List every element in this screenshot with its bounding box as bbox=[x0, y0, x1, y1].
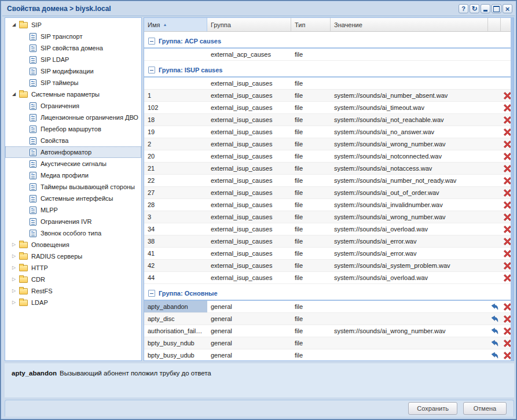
table-row[interactable]: authorisation_fail…generalfilesystem://s… bbox=[144, 325, 514, 337]
tree-item[interactable]: Системные интерфейсы bbox=[5, 193, 141, 204]
column-header-4[interactable]: Значение bbox=[331, 18, 488, 32]
tree-item[interactable]: Акустические сигналы bbox=[5, 158, 141, 170]
table-row[interactable]: 18external_isup_causesfilesystem://sound… bbox=[144, 114, 514, 126]
param-name-cell[interactable]: 28 bbox=[144, 199, 207, 211]
table-row[interactable]: 27external_isup_causesfilesystem://sound… bbox=[144, 187, 514, 199]
undo-icon[interactable] bbox=[490, 315, 499, 323]
tree-item[interactable]: Медиа профили bbox=[5, 170, 141, 181]
param-value-cell[interactable]: system://sounds/ai_number_not_ready.wav bbox=[331, 175, 488, 186]
param-group-cell[interactable]: external_isup_causes bbox=[207, 138, 291, 150]
tree-item[interactable]: ▷CDR bbox=[5, 274, 141, 285]
param-type-cell[interactable]: file bbox=[291, 163, 331, 174]
param-group-cell[interactable]: external_isup_causes bbox=[207, 223, 291, 235]
column-header-3[interactable]: Тип bbox=[291, 18, 331, 32]
table-row[interactable]: 34external_isup_causesfilesystem://sound… bbox=[144, 223, 514, 235]
param-value-cell[interactable] bbox=[331, 301, 488, 312]
param-name-cell[interactable]: 3 bbox=[144, 211, 207, 223]
param-type-cell[interactable]: file bbox=[291, 272, 331, 283]
table-row[interactable]: 22external_isup_causesfilesystem://sound… bbox=[144, 175, 514, 187]
table-row[interactable]: 102external_isup_causesfilesystem://soun… bbox=[144, 102, 514, 114]
param-type-cell[interactable]: file bbox=[291, 313, 331, 325]
param-group-cell[interactable]: external_isup_causes bbox=[207, 235, 291, 247]
param-type-cell[interactable]: file bbox=[291, 301, 331, 312]
undo-icon[interactable] bbox=[490, 303, 499, 311]
help-button[interactable]: ? bbox=[459, 4, 468, 13]
tree-item[interactable]: Ограничения bbox=[5, 100, 141, 112]
tree-item[interactable]: SIP модификации bbox=[5, 65, 141, 77]
group-collapse-icon[interactable] bbox=[148, 67, 155, 73]
param-value-cell[interactable]: system://sounds/ai_no_answer.wav bbox=[331, 126, 488, 138]
group-header[interactable]: Группа: ACP causes bbox=[144, 32, 514, 49]
param-group-cell[interactable]: general bbox=[207, 349, 291, 361]
param-type-cell[interactable]: file bbox=[291, 78, 331, 89]
minimize-button[interactable] bbox=[481, 4, 490, 13]
table-row[interactable]: bpty_busy_ndubgeneralfile bbox=[144, 337, 514, 349]
param-value-cell[interactable]: system://sounds/ai_invalidnumber.wav bbox=[331, 199, 488, 211]
group-collapse-icon[interactable] bbox=[148, 290, 155, 297]
expand-arrow-icon[interactable]: ▷ bbox=[9, 285, 19, 297]
table-row[interactable]: 2external_isup_causesfilesystem://sounds… bbox=[144, 138, 514, 150]
param-value-cell[interactable]: system://sounds/ai_wrong_number.wav bbox=[331, 138, 488, 150]
table-row[interactable]: apty_abandongeneralfile bbox=[144, 301, 514, 313]
param-group-cell[interactable]: external_isup_causes bbox=[207, 126, 291, 138]
param-name-cell[interactable]: 41 bbox=[144, 248, 207, 259]
expand-arrow-icon[interactable]: ▷ bbox=[9, 250, 19, 262]
tree-item[interactable]: MLPP bbox=[5, 204, 141, 216]
table-row[interactable]: bpty_busy_udubgeneralfile bbox=[144, 349, 514, 361]
table-row[interactable]: 19external_isup_causesfilesystem://sound… bbox=[144, 126, 514, 138]
param-type-cell[interactable]: file bbox=[291, 325, 331, 337]
param-type-cell[interactable]: file bbox=[291, 248, 331, 259]
param-value-cell[interactable]: system://sounds/ai_system_problem.wav bbox=[331, 260, 488, 271]
param-group-cell[interactable]: external_acp_causes bbox=[207, 49, 291, 60]
param-value-cell[interactable] bbox=[331, 349, 488, 361]
tree-item[interactable]: Автоинформатор bbox=[5, 146, 141, 158]
param-group-cell[interactable]: external_isup_causes bbox=[207, 114, 291, 126]
param-name-cell[interactable]: bpty_busy_ndub bbox=[144, 337, 207, 349]
close-button[interactable]: × bbox=[503, 4, 512, 13]
table-row[interactable]: 3external_isup_causesfilesystem://sounds… bbox=[144, 211, 514, 223]
param-name-cell[interactable]: 20 bbox=[144, 150, 207, 162]
param-name-cell[interactable]: 42 bbox=[144, 260, 207, 271]
param-group-cell[interactable]: external_isup_causes bbox=[207, 272, 291, 283]
tree-item[interactable]: SIP LDAP bbox=[5, 54, 141, 65]
tree-item[interactable]: Лицензионные ограничения ДВО bbox=[5, 112, 141, 123]
param-name-cell[interactable]: 19 bbox=[144, 126, 207, 138]
param-value-cell[interactable]: system://sounds/ai_wrong_number.wav bbox=[331, 325, 488, 337]
param-group-cell[interactable]: external_isup_causes bbox=[207, 175, 291, 186]
tree-item[interactable]: ▷HTTP bbox=[5, 262, 141, 274]
param-group-cell[interactable]: external_isup_causes bbox=[207, 102, 291, 113]
param-name-cell[interactable]: 22 bbox=[144, 175, 207, 186]
param-name-cell[interactable]: 38 bbox=[144, 235, 207, 247]
group-header[interactable]: Группа: Основные bbox=[144, 284, 514, 301]
param-group-cell[interactable]: external_isup_causes bbox=[207, 260, 291, 271]
param-type-cell[interactable]: file bbox=[291, 187, 331, 198]
param-name-cell[interactable]: 2 bbox=[144, 138, 207, 150]
table-row[interactable]: 20external_isup_causesfilesystem://sound… bbox=[144, 150, 514, 163]
table-row[interactable]: 21external_isup_causesfilesystem://sound… bbox=[144, 163, 514, 175]
param-group-cell[interactable]: general bbox=[207, 301, 291, 312]
param-type-cell[interactable]: file bbox=[291, 337, 331, 349]
refresh-button[interactable]: ↻ bbox=[470, 4, 479, 13]
param-value-cell[interactable] bbox=[331, 337, 488, 349]
tree-item[interactable]: ◢Системные параметры bbox=[5, 89, 141, 100]
param-value-cell[interactable]: system://sounds/ai_notaccess.wav bbox=[331, 163, 488, 174]
param-group-cell[interactable]: external_isup_causes bbox=[207, 78, 291, 89]
save-button[interactable]: Сохранить bbox=[408, 402, 457, 415]
collapse-arrow-icon[interactable]: ◢ bbox=[9, 89, 19, 100]
maximize-button[interactable] bbox=[492, 4, 501, 13]
tree-item[interactable]: ▷RestFS bbox=[5, 285, 141, 297]
param-group-cell[interactable]: external_isup_causes bbox=[207, 187, 291, 198]
param-name-cell[interactable]: 21 bbox=[144, 163, 207, 174]
param-name-cell[interactable]: 27 bbox=[144, 187, 207, 198]
tree-item[interactable]: ▷LDAP bbox=[5, 297, 141, 308]
expand-arrow-icon[interactable]: ▷ bbox=[9, 297, 19, 308]
param-type-cell[interactable]: file bbox=[291, 102, 331, 113]
expand-arrow-icon[interactable]: ▷ bbox=[9, 274, 19, 285]
undo-icon[interactable] bbox=[490, 339, 499, 348]
table-row[interactable]: 41external_isup_causesfilesystem://sound… bbox=[144, 248, 514, 260]
table-row[interactable]: external_acp_causesfile bbox=[144, 49, 514, 61]
table-row[interactable]: 44external_isup_causesfilesystem://sound… bbox=[144, 272, 514, 284]
undo-icon[interactable] bbox=[490, 327, 499, 336]
undo-icon[interactable] bbox=[490, 351, 499, 360]
param-type-cell[interactable]: file bbox=[291, 138, 331, 150]
